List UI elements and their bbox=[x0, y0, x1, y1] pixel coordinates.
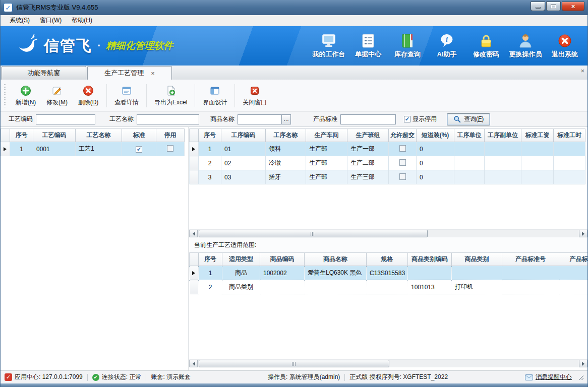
scrollbar-track[interactable] bbox=[198, 230, 579, 237]
table-cell bbox=[260, 280, 305, 294]
table-cell bbox=[485, 170, 521, 184]
column-header[interactable]: 生产班组 bbox=[347, 129, 389, 142]
column-header[interactable]: 工序编码 bbox=[221, 129, 266, 142]
column-header[interactable]: 工艺名称 bbox=[76, 129, 122, 142]
column-header[interactable]: 生产车间 bbox=[306, 129, 347, 142]
column-header[interactable]: 标准工资 bbox=[521, 129, 554, 142]
tab-function-navigator[interactable]: 功能导航窗 bbox=[2, 66, 86, 80]
status-separator bbox=[344, 374, 345, 381]
status-app-center: ✓ 应用中心: 127.0.0.1:7099 bbox=[5, 373, 83, 381]
tab-close-icon[interactable]: × bbox=[151, 70, 155, 77]
brand-logo-icon bbox=[16, 34, 39, 57]
add-button[interactable]: 新增(N) bbox=[10, 83, 41, 108]
restore-button[interactable] bbox=[546, 2, 561, 11]
export-excel-icon bbox=[165, 85, 177, 96]
ui-design-button[interactable]: 界面设计 bbox=[198, 83, 232, 108]
process-name-input[interactable] bbox=[137, 114, 199, 124]
process-list-panel: 序号工艺编码工艺名称标准停用10001工艺1✔ bbox=[1, 127, 189, 370]
column-header[interactable]: 标准 bbox=[122, 129, 156, 142]
checkbox-check-icon: ✔ bbox=[404, 116, 410, 122]
table-cell bbox=[454, 170, 485, 184]
scroll-left-button[interactable] bbox=[189, 360, 198, 367]
cell-checkbox[interactable] bbox=[399, 145, 406, 152]
table-cell bbox=[305, 280, 367, 294]
scroll-right-button[interactable] bbox=[579, 360, 587, 367]
column-header[interactable]: 适用类型 bbox=[222, 253, 260, 266]
toolbar-grip[interactable] bbox=[4, 84, 6, 107]
table-row[interactable]: 101领料生产部生产一部0 bbox=[190, 142, 585, 156]
column-header[interactable]: 短溢装(%) bbox=[417, 129, 454, 142]
scope-label: 当前生产工艺适用范围: bbox=[194, 241, 256, 249]
column-header[interactable]: 工序单位 bbox=[454, 129, 485, 142]
table-row[interactable]: 2商品类别1001013打印机 bbox=[190, 280, 588, 294]
column-header[interactable]: 商品类别 bbox=[452, 253, 502, 266]
column-header[interactable]: 商品编码 bbox=[260, 253, 305, 266]
column-header[interactable]: 工序名称 bbox=[266, 129, 306, 142]
product-standard-input[interactable] bbox=[340, 114, 396, 124]
message-center-link[interactable]: 消息提醒中心 bbox=[525, 373, 572, 381]
delete-button[interactable]: 删除(D) bbox=[73, 83, 104, 108]
cell-checkbox[interactable] bbox=[167, 145, 173, 152]
add-icon bbox=[20, 85, 31, 96]
menu-window[interactable]: 窗口(W) bbox=[35, 15, 67, 26]
menu-system[interactable]: 系统(S) bbox=[5, 15, 35, 26]
minimize-button[interactable] bbox=[531, 2, 545, 11]
modify-button[interactable]: 修改(M) bbox=[41, 83, 73, 108]
column-header[interactable]: 标准工时 bbox=[554, 129, 585, 142]
table-row[interactable]: 303搓牙生产部生产三部0 bbox=[190, 170, 585, 184]
query-button[interactable]: 查询(F) bbox=[447, 113, 490, 125]
table-cell bbox=[485, 142, 521, 156]
tool-my-workbench[interactable]: 我的工作台 bbox=[309, 33, 348, 59]
column-header[interactable]: 规格 bbox=[367, 253, 408, 266]
tool-switch-operator[interactable]: 更换操作员 bbox=[506, 33, 545, 59]
process-code-input[interactable] bbox=[36, 114, 95, 124]
column-header[interactable]: 产品标准号 bbox=[502, 253, 559, 266]
row-marker bbox=[190, 280, 199, 294]
close-window-button[interactable]: 关闭窗口 bbox=[238, 83, 272, 108]
column-header[interactable]: 序号 bbox=[10, 129, 33, 142]
table-cell bbox=[521, 170, 554, 184]
export-excel-button[interactable]: 导出为Excel bbox=[149, 83, 192, 108]
table-row[interactable]: 202冷镦生产部生产二部0 bbox=[190, 156, 585, 170]
tool-exit-system[interactable]: 退出系统 bbox=[545, 33, 584, 59]
horizontal-scrollbar[interactable] bbox=[189, 359, 587, 367]
column-header[interactable]: 序号 bbox=[199, 129, 221, 142]
close-button[interactable]: × bbox=[562, 2, 584, 11]
table-cell: 0 bbox=[417, 156, 454, 170]
product-name-input[interactable] bbox=[238, 114, 282, 124]
table-row[interactable]: 1商品1002002爱普生LQ630K 黑色C13S015583 bbox=[190, 266, 588, 280]
scrollbar-track[interactable] bbox=[198, 360, 579, 367]
tool-document-center[interactable]: 单据中心 bbox=[348, 33, 388, 59]
tool-change-password[interactable]: 修改密码 bbox=[466, 33, 506, 59]
column-header[interactable]: 序号 bbox=[199, 253, 222, 266]
column-header[interactable]: 商品类别编码 bbox=[408, 253, 452, 266]
column-header[interactable]: 工艺编码 bbox=[33, 129, 76, 142]
scrollbar-thumb[interactable] bbox=[199, 360, 389, 367]
column-header[interactable]: 允许超交 bbox=[389, 129, 417, 142]
scroll-right-button[interactable] bbox=[579, 230, 587, 237]
scrollbar-thumb[interactable] bbox=[199, 230, 428, 237]
tab-production-process[interactable]: 生产工艺管理 × bbox=[87, 66, 172, 80]
table-row[interactable]: 10001工艺1✔ bbox=[1, 142, 185, 156]
restore-icon bbox=[551, 5, 556, 9]
cell-checkbox[interactable]: ✔ bbox=[136, 146, 142, 153]
column-header[interactable]: 停用 bbox=[156, 129, 185, 142]
product-browse-button[interactable]: … bbox=[282, 114, 291, 124]
horizontal-scrollbar[interactable] bbox=[189, 229, 587, 237]
cell-checkbox[interactable] bbox=[399, 159, 406, 166]
column-header[interactable]: 工序副单位 bbox=[485, 129, 521, 142]
resize-grip[interactable] bbox=[578, 375, 583, 380]
cell-checkbox[interactable] bbox=[399, 173, 406, 180]
tool-inventory-query[interactable]: 库存查询 bbox=[388, 33, 427, 59]
column-header[interactable]: 商品名称 bbox=[305, 253, 367, 266]
process-grid-wrap: 序号工艺编码工艺名称标准停用10001工艺1✔ bbox=[1, 128, 189, 156]
table-cell bbox=[554, 156, 585, 170]
show-disabled-checkbox[interactable]: ✔ 显示停用 bbox=[404, 115, 437, 123]
tab-strip-close-icon[interactable]: × bbox=[580, 67, 584, 75]
column-header[interactable]: 产品标准 bbox=[559, 253, 588, 266]
menu-help[interactable]: 帮助(H) bbox=[67, 15, 97, 26]
scroll-left-button[interactable] bbox=[189, 230, 198, 237]
view-details-button[interactable]: 查看详情 bbox=[109, 83, 144, 108]
operation-grid: 序号工序编码工序名称生产车间生产班组允许超交短溢装(%)工序单位工序副单位标准工… bbox=[189, 128, 585, 184]
tool-ai-assistant[interactable]: i AI助手 bbox=[427, 33, 466, 59]
